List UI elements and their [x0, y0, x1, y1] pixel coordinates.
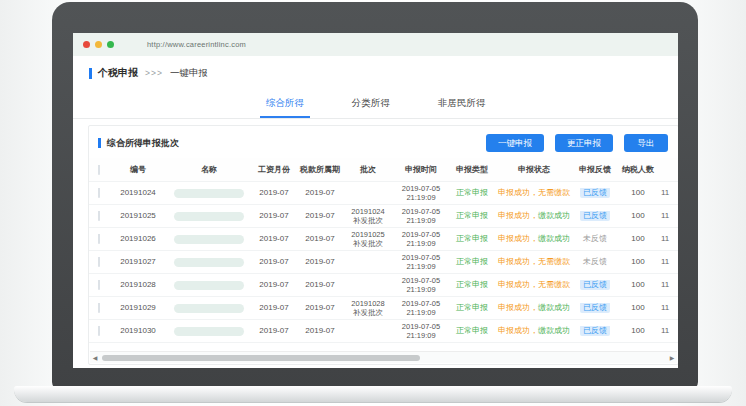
cell-amount-clipped: 11: [659, 211, 678, 221]
cell-tax-period: 2019-07: [297, 211, 343, 221]
declare-type-text: 正常申报: [456, 303, 488, 312]
cell-declare-status: 申报成功，无需缴款: [495, 257, 573, 267]
laptop-screen: http://www.careerintlinc.com 个税申报 >>> 一键…: [73, 33, 678, 368]
cell-name: [167, 258, 251, 267]
tab-nonresident-income[interactable]: 非居民所得: [432, 90, 492, 118]
window-minimize-icon[interactable]: [95, 41, 102, 48]
cell-tax-period: 2019-07: [297, 326, 343, 336]
cell-declare-type: 正常申报: [449, 326, 495, 336]
cell-declare-type: 正常申报: [449, 280, 495, 290]
row-checkbox[interactable]: [98, 188, 100, 198]
status-prefix-text: 申报成功，: [498, 280, 538, 289]
row-checkbox[interactable]: [98, 257, 100, 267]
row-checkbox[interactable]: [98, 303, 100, 313]
page-title: 个税申报: [98, 66, 138, 80]
cell-feedback: 已反馈: [573, 188, 617, 198]
tab-classified-income[interactable]: 分类所得: [346, 90, 396, 118]
table-viewport: 编号名称工资月份税款所属期批次申报时间申报类型申报状态申报反馈纳税人数20191…: [89, 158, 678, 343]
panel-title: 综合所得申报批次: [107, 137, 179, 150]
cell-batch-number: 20191027: [109, 257, 167, 267]
cell-declare-status: 申报成功，缴款成功: [495, 303, 573, 313]
correct-declare-button[interactable]: 更正申报: [555, 134, 613, 152]
cell-declare-type: 正常申报: [449, 234, 495, 244]
row-checkbox[interactable]: [98, 280, 100, 290]
row-checkbox-cell: [89, 234, 109, 244]
declaration-batch-panel: 综合所得申报批次 一键申报 更正申报 导出 编号名称工资月份税款所属期批次申报时…: [88, 125, 678, 365]
row-checkbox-cell: [89, 280, 109, 290]
header-5: 批次: [343, 165, 393, 175]
cell-declare-status: 申报成功，无需缴款: [495, 188, 573, 198]
scroll-right-icon[interactable]: ▶: [667, 354, 677, 361]
status-prefix-text: 申报成功，: [498, 234, 538, 243]
declaration-table: 编号名称工资月份税款所属期批次申报时间申报类型申报状态申报反馈纳税人数20191…: [89, 158, 678, 343]
cell-taxpayer-count: 100: [617, 280, 659, 290]
status-suffix-text: 无需缴款: [538, 257, 570, 266]
breadcrumb-current: 一键申报: [170, 67, 208, 80]
blurred-name-placeholder: [174, 212, 244, 221]
laptop-base: [14, 386, 732, 402]
cell-salary-month: 2019-07: [251, 188, 297, 198]
table-row: 201910272019-072019-072019-07-0521:19:09…: [89, 251, 678, 274]
cell-tax-period: 2019-07: [297, 188, 343, 198]
window-close-icon[interactable]: [83, 41, 90, 48]
scroll-left-icon[interactable]: ◀: [90, 354, 100, 361]
cell-tax-period: 2019-07: [297, 234, 343, 244]
cell-declare-type: 正常申报: [449, 188, 495, 198]
cell-declare-time: 2019-07-0521:19:09: [393, 184, 449, 203]
cell-amount-clipped: 11: [659, 280, 678, 290]
status-prefix-text: 申报成功，: [498, 303, 538, 312]
blurred-name-placeholder: [174, 258, 244, 267]
cell-name: [167, 212, 251, 221]
table-row: 201910242019-072019-072019-07-0521:19:09…: [89, 182, 678, 205]
cell-taxpayer-count: 100: [617, 234, 659, 244]
cell-declare-time: 2019-07-0521:19:09: [393, 230, 449, 249]
cell-amount-clipped: 11: [659, 257, 678, 267]
cell-name: [167, 304, 251, 313]
cell-salary-month: 2019-07: [251, 211, 297, 221]
breadcrumb: 个税申报 >>> 一键申报: [73, 56, 678, 86]
panel-title-group: 综合所得申报批次: [98, 137, 179, 150]
select-all-checkbox[interactable]: [98, 165, 100, 175]
declare-type-text: 正常申报: [456, 211, 488, 220]
feedback-badge: 已反馈: [580, 326, 610, 336]
cell-batch: 20191025补发批次: [343, 230, 393, 249]
cell-salary-month: 2019-07: [251, 257, 297, 267]
breadcrumb-separator: >>>: [145, 68, 163, 78]
cell-feedback: 未反馈: [573, 234, 617, 244]
cell-amount-clipped: 11: [659, 326, 678, 336]
scrollbar-thumb[interactable]: [102, 355, 420, 361]
cell-batch-number: 20191025: [109, 211, 167, 221]
feedback-badge: 已反馈: [580, 303, 610, 313]
address-bar[interactable]: http://www.careerintlinc.com: [147, 40, 246, 49]
horizontal-scrollbar: ◀ ▶: [90, 351, 677, 363]
status-suffix-text: 缴款成功: [538, 303, 570, 312]
cell-declare-type: 正常申报: [449, 211, 495, 221]
row-checkbox-cell: [89, 211, 109, 221]
status-suffix-text: 缴款成功: [538, 326, 570, 335]
row-checkbox[interactable]: [98, 234, 100, 244]
cell-name: [167, 327, 251, 336]
table-row: 201910292019-072019-0720191028补发批次2019-0…: [89, 297, 678, 320]
export-button[interactable]: 导出: [624, 134, 668, 152]
header-6: 申报时间: [393, 165, 449, 175]
status-suffix-text: 无需缴款: [538, 280, 570, 289]
cell-taxpayer-count: 100: [617, 303, 659, 313]
window-maximize-icon[interactable]: [107, 41, 114, 48]
declare-type-text: 正常申报: [456, 326, 488, 335]
cell-taxpayer-count: 100: [617, 257, 659, 267]
header-4: 税款所属期: [297, 165, 343, 175]
row-checkbox[interactable]: [98, 326, 100, 336]
feedback-badge: 已反馈: [580, 211, 610, 221]
cell-tax-period: 2019-07: [297, 257, 343, 267]
row-checkbox-cell: [89, 188, 109, 198]
cell-amount-clipped: 11: [659, 303, 678, 313]
header-9: 申报反馈: [573, 165, 617, 175]
tab-comprehensive-income[interactable]: 综合所得: [260, 90, 310, 118]
header-1: 编号: [109, 165, 167, 175]
row-checkbox[interactable]: [98, 211, 100, 221]
declare-type-text: 正常申报: [456, 257, 488, 266]
browser-bar: http://www.careerintlinc.com: [73, 33, 678, 56]
status-prefix-text: 申报成功，: [498, 326, 538, 335]
one-click-declare-button[interactable]: 一键申报: [486, 134, 544, 152]
scrollbar-track[interactable]: [100, 354, 667, 362]
